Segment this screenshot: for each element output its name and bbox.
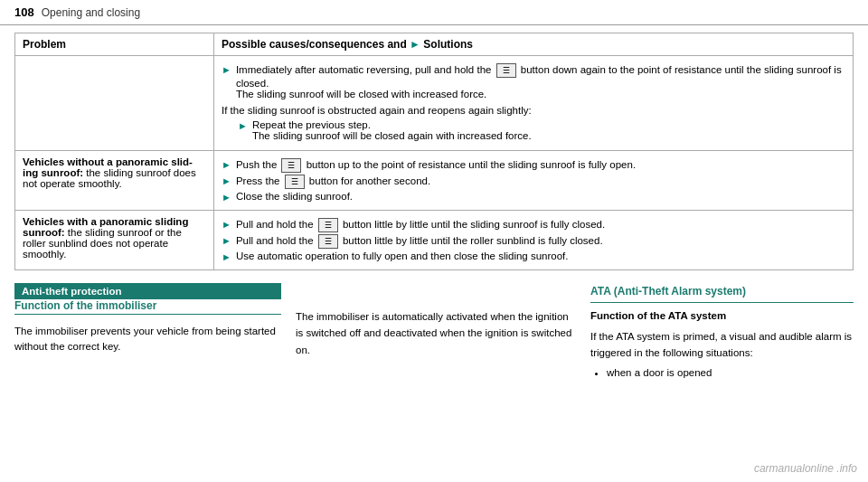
ata-bullet-list: when a door is opened [590, 364, 854, 381]
arrow-text: Close the sliding sunroof. [236, 191, 845, 202]
arrow-item: ► Use automatic operation to fully open … [222, 250, 845, 262]
col-solutions-header: Possible causes/consequences and ► Solut… [214, 33, 854, 56]
arrow-item: ► Press the ☰ button for another second. [222, 175, 845, 189]
anti-theft-panel: Anti-theft protection Function of the im… [14, 283, 281, 383]
list-item: when a door is opened [607, 364, 854, 381]
arrow-text: Pull and hold the ☰ button little by lit… [236, 234, 845, 249]
problem-cell-panoramic: Vehicles with a panoramic sliding sunroo… [15, 211, 214, 270]
solution-cell-top: ► Immediately after automatic reversing,… [214, 56, 854, 151]
table-row: Vehicles without a panoramic slid-ing su… [15, 151, 854, 211]
immobiliser-body: The immobiliser prevents your vehicle fr… [14, 319, 281, 360]
page-number: 108 [14, 5, 34, 19]
immobiliser-middle-panel: The immobiliser is automatically activat… [296, 283, 576, 383]
col-problem-header: Problem [15, 33, 214, 56]
ata-intro: If the ATA system is primed, a visual an… [590, 328, 854, 362]
immobiliser-subheader: Function of the immobiliser [14, 299, 281, 315]
arrow-item: ► Repeat the previous step.The sliding s… [238, 119, 845, 141]
conditional-text: If the sliding sunroof is obstructed aga… [222, 105, 845, 116]
arrow-icon: ► [222, 219, 231, 230]
section-title: Opening and closing [42, 6, 140, 19]
anti-theft-header: Anti-theft protection [14, 283, 281, 299]
bottom-section: Anti-theft protection Function of the im… [14, 283, 854, 383]
arrow-item: ► Pull and hold the ☰ button little by l… [222, 234, 845, 249]
ata-subheader: Function of the ATA system [590, 307, 854, 324]
watermark: carmanualonline .info [754, 462, 857, 475]
problem-solutions-table: Problem Possible causes/consequences and… [14, 33, 854, 270]
table-row: ► Immediately after automatic reversing,… [15, 56, 854, 151]
button-icon: ☰ [281, 158, 301, 173]
arrow-icon: ► [222, 192, 231, 203]
button-icon: ☰ [285, 175, 305, 189]
solutions-header-text: Possible causes/consequences and ► Solut… [222, 38, 473, 51]
arrow-text: Press the ☰ button for another second. [236, 175, 845, 189]
arrow-icon: ► [222, 159, 231, 170]
problem-cell-empty [15, 56, 214, 151]
arrow-item: ► Pull and hold the ☰ button little by l… [222, 218, 845, 232]
arrow-text: Immediately after automatic reversing, p… [236, 63, 845, 99]
button-icon: ☰ [318, 234, 338, 249]
arrow-item: ► Push the ☰ button up to the point of r… [222, 158, 845, 173]
arrow-icon: ► [222, 175, 231, 186]
arrow-text: Repeat the previous step.The sliding sun… [252, 119, 845, 141]
button-icon: ☰ [318, 218, 338, 232]
page-header: 108 Opening and closing [0, 0, 868, 25]
arrow-icon: ► [222, 251, 231, 262]
table-row: Vehicles with a panoramic sliding sunroo… [15, 211, 854, 270]
arrow-item: ► Close the sliding sunroof. [222, 191, 845, 203]
solution-cell-panoramic: ► Pull and hold the ☰ button little by l… [214, 211, 854, 270]
arrow-text: Push the ☰ button up to the point of res… [236, 158, 845, 173]
main-content: Problem Possible causes/consequences and… [0, 33, 868, 383]
arrow-text: Use automatic operation to fully open an… [236, 250, 845, 261]
solution-cell-no-panoramic: ► Push the ☰ button up to the point of r… [214, 151, 854, 211]
ata-header: ATA (Anti-Theft Alarm system) [590, 283, 854, 303]
button-icon: ☰ [496, 63, 516, 78]
arrow-icon: ► [222, 64, 231, 75]
ata-panel: ATA (Anti-Theft Alarm system) Function o… [590, 283, 854, 383]
arrow-text: Pull and hold the ☰ button little by lit… [236, 218, 845, 232]
arrow-item: ► Immediately after automatic reversing,… [222, 63, 845, 99]
arrow-icon: ► [238, 120, 248, 131]
problem-cell-no-panoramic: Vehicles without a panoramic slid-ing su… [15, 151, 214, 211]
arrow-icon: ► [222, 235, 231, 246]
immobiliser-middle-text: The immobiliser is automatically activat… [296, 311, 571, 355]
